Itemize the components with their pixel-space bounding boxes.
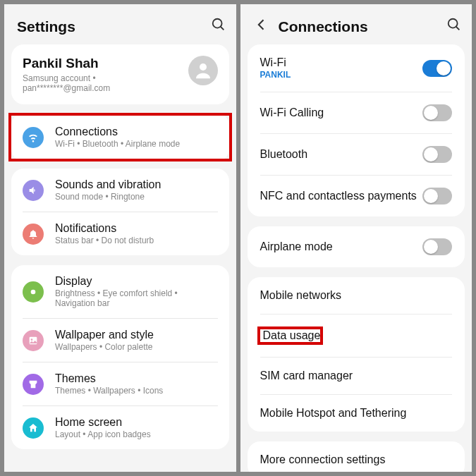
row-title: Wi-Fi: [260, 56, 423, 69]
row-title: Themes: [55, 372, 218, 385]
search-icon[interactable]: [211, 17, 226, 36]
row-sub: Sound mode • Ringtone: [55, 192, 218, 202]
settings-card: Sounds and vibrationSound mode • Rington…: [11, 169, 229, 255]
connections-row-mobile-networks[interactable]: Mobile networks: [248, 277, 465, 314]
row-title: Mobile Hotspot and Tethering: [260, 407, 453, 420]
account-sub: Samsung account • pan********@gmail.com: [23, 73, 178, 93]
row-title: NFC and contactless payments: [260, 190, 423, 202]
settings-row-notifications[interactable]: NotificationsStatus bar • Do not disturb: [11, 212, 229, 255]
home-icon: [23, 417, 44, 439]
account-card[interactable]: Pankil Shah Samsung account • pan*******…: [11, 44, 229, 104]
row-title: Sounds and vibration: [55, 178, 218, 191]
row-title: Mobile networks: [260, 289, 453, 302]
row-sub: PANKIL: [260, 70, 423, 80]
svg-line-1: [220, 27, 224, 30]
connections-row-bluetooth[interactable]: Bluetooth: [248, 134, 465, 175]
row-sub: Wi-Fi • Bluetooth • Airplane mode: [55, 139, 218, 149]
svg-point-3: [31, 289, 36, 294]
settings-row-connections[interactable]: ConnectionsWi-Fi • Bluetooth • Airplane …: [8, 113, 232, 161]
svg-point-2: [200, 63, 207, 71]
connections-card: More connection settings: [248, 441, 465, 472]
row-title: Connections: [55, 126, 218, 138]
row-sub: Status bar • Do not disturb: [55, 236, 218, 245]
connections-row-data-usage[interactable]: Data usage: [248, 315, 465, 357]
settings-row-wallpaper-and-style[interactable]: Wallpaper and styleWallpapers • Color pa…: [11, 319, 229, 362]
settings-row-home-screen[interactable]: Home screenLayout • App icon badges: [11, 406, 229, 449]
settings-row-sounds-and-vibration[interactable]: Sounds and vibrationSound mode • Rington…: [11, 169, 229, 212]
settings-title: Settings: [17, 18, 202, 35]
svg-point-5: [31, 338, 33, 341]
bell-icon: [23, 224, 44, 245]
svg-point-0: [212, 19, 221, 28]
wifi-icon: [23, 127, 44, 148]
connections-row-mobile-hotspot-and-tethering[interactable]: Mobile Hotspot and Tethering: [248, 395, 465, 432]
row-title: Wallpaper and style: [55, 329, 218, 341]
row-title: Notifications: [55, 222, 218, 235]
toggle-bluetooth[interactable]: [422, 146, 452, 163]
row-title: Wi-Fi Calling: [260, 106, 423, 119]
row-title: SIM card manager: [260, 370, 453, 382]
connections-card: Wi-FiPANKILWi-Fi CallingBluetoothNFC and…: [248, 44, 465, 216]
connections-row-more-connection-settings[interactable]: More connection settings: [248, 441, 465, 472]
toggle-nfc-and-contactless-payments[interactable]: [422, 188, 452, 205]
search-icon[interactable]: [446, 17, 462, 36]
highlight-box: Data usage: [257, 327, 324, 345]
connections-card: Airplane mode: [248, 226, 465, 267]
svg-line-7: [456, 27, 460, 30]
wallpaper-icon: [23, 330, 44, 351]
sound-icon: [23, 180, 44, 201]
settings-card: ConnectionsWi-Fi • Bluetooth • Airplane …: [11, 113, 229, 161]
display-icon: [23, 281, 44, 303]
avatar[interactable]: [188, 56, 218, 85]
settings-pane: Settings Pankil Shah Samsung account • p…: [4, 4, 236, 472]
toggle-wi-fi[interactable]: [422, 60, 452, 77]
row-sub: Themes • Wallpapers • Icons: [55, 386, 218, 396]
connections-card: Mobile networksData usageSIM card manage…: [248, 277, 465, 432]
toggle-airplane-mode[interactable]: [422, 238, 452, 255]
connections-row-airplane-mode[interactable]: Airplane mode: [248, 226, 465, 267]
row-sub: Brightness • Eye comfort shield • Naviga…: [55, 288, 218, 308]
connections-row-nfc-and-contactless-payments[interactable]: NFC and contactless payments: [248, 176, 465, 216]
settings-row-themes[interactable]: ThemesThemes • Wallpapers • Icons: [11, 362, 229, 405]
connections-row-sim-card-manager[interactable]: SIM card manager: [248, 358, 465, 394]
row-title: Data usage: [263, 329, 321, 342]
row-title: Home screen: [55, 416, 218, 429]
themes-icon: [23, 374, 44, 395]
connections-header: Connections: [240, 4, 472, 44]
svg-point-6: [448, 19, 458, 28]
connections-row-wi-fi-calling[interactable]: Wi-Fi Calling: [248, 92, 465, 133]
settings-content: Pankil Shah Samsung account • pan*******…: [4, 44, 236, 472]
settings-header: Settings: [4, 4, 236, 44]
row-title: Bluetooth: [260, 148, 423, 161]
row-title: Display: [55, 275, 218, 288]
row-sub: Wallpapers • Color palette: [55, 342, 218, 352]
settings-row-display[interactable]: DisplayBrightness • Eye comfort shield •…: [11, 265, 229, 318]
connections-pane: Connections Wi-FiPANKILWi-Fi CallingBlue…: [240, 4, 472, 472]
back-icon[interactable]: [253, 18, 270, 36]
row-sub: Layout • App icon badges: [55, 429, 218, 439]
toggle-wi-fi-calling[interactable]: [422, 104, 452, 121]
settings-card: DisplayBrightness • Eye comfort shield •…: [11, 265, 229, 449]
row-title: More connection settings: [260, 453, 453, 466]
account-name: Pankil Shah: [23, 56, 178, 71]
row-title: Airplane mode: [260, 240, 423, 253]
connections-title: Connections: [279, 18, 439, 35]
connections-content: Wi-FiPANKILWi-Fi CallingBluetoothNFC and…: [240, 44, 472, 472]
connections-row-wi-fi[interactable]: Wi-FiPANKIL: [248, 44, 465, 92]
